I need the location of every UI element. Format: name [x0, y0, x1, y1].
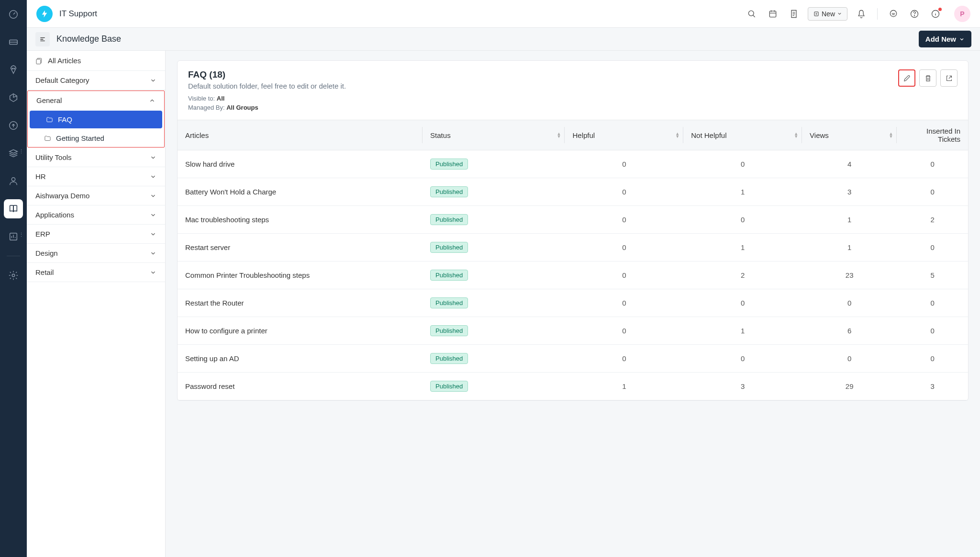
nav-tickets[interactable] [4, 33, 23, 52]
article-inserted: 0 [897, 289, 968, 317]
info-icon[interactable] [928, 7, 943, 21]
nav-assets[interactable] [4, 144, 23, 163]
chat-icon[interactable] [886, 7, 901, 21]
article-title: Password reset [178, 373, 423, 400]
article-status: Published [423, 234, 565, 261]
sort-icon: ▲▼ [794, 132, 798, 138]
folder-getting-started[interactable]: Getting Started [28, 129, 164, 147]
category-erp: ERP [27, 225, 165, 244]
chevron-up-icon [149, 97, 156, 104]
article-helpful: 0 [565, 317, 683, 345]
col-inserted[interactable]: Inserted In Tickets [897, 120, 968, 150]
table-row[interactable]: Restart the RouterPublished0000 [178, 289, 968, 317]
status-badge: Published [430, 353, 468, 364]
status-badge: Published [430, 242, 468, 253]
nav-changes[interactable] [4, 88, 23, 107]
chevron-down-icon [150, 269, 156, 276]
svg-point-2 [12, 68, 13, 69]
nav-problems[interactable] [4, 60, 23, 80]
article-not-helpful: 0 [683, 345, 802, 373]
chevron-down-icon [150, 77, 156, 84]
table-row[interactable]: Common Printer Troubleshooting stepsPubl… [178, 261, 968, 289]
category-header-retail[interactable]: Retail [27, 263, 165, 282]
col-not-helpful[interactable]: Not Helpful▲▼ [683, 120, 802, 150]
article-not-helpful: 0 [683, 150, 802, 178]
category-label: Design [35, 249, 58, 257]
col-views[interactable]: Views▲▼ [802, 120, 897, 150]
col-articles[interactable]: Articles [178, 120, 423, 150]
nav-settings[interactable] [4, 266, 23, 285]
svg-rect-9 [769, 11, 776, 17]
category-applications: Applications [27, 205, 165, 225]
category-hr: HR [27, 167, 165, 186]
category-header-erp[interactable]: ERP [27, 225, 165, 243]
folder-title: FAQ (18) [188, 69, 898, 80]
category-header-hr[interactable]: HR [27, 167, 165, 186]
category-utility: Utility Tools [27, 148, 165, 167]
add-new-button[interactable]: Add New [919, 31, 971, 47]
article-status: Published [423, 345, 565, 373]
help-icon[interactable] [907, 7, 922, 21]
article-title: Mac troubleshooting steps [178, 206, 423, 234]
delete-folder-button[interactable] [919, 69, 936, 87]
category-header-applications[interactable]: Applications [27, 205, 165, 224]
category-label: Aishwarya Demo [35, 192, 89, 200]
article-title: How to configure a printer [178, 317, 423, 345]
new-button[interactable]: New [808, 7, 847, 21]
col-helpful[interactable]: Helpful▲▼ [565, 120, 683, 150]
col-status[interactable]: Status▲▼ [423, 120, 565, 150]
folder-label: Getting Started [56, 134, 104, 142]
category-label: ERP [35, 230, 50, 238]
table-row[interactable]: Battery Won't Hold a ChargePublished0130 [178, 178, 968, 206]
sort-icon: ▲▼ [889, 132, 893, 138]
table-row[interactable]: Setting up an ADPublished0000 [178, 345, 968, 373]
sidebar-all-articles[interactable]: All Articles [27, 51, 165, 71]
article-status: Published [423, 178, 565, 206]
category-header-aish[interactable]: Aishwarya Demo [27, 186, 165, 205]
article-inserted: 0 [897, 178, 968, 206]
edit-folder-button[interactable] [898, 69, 915, 87]
avatar[interactable]: P [954, 6, 970, 22]
nav-reports[interactable] [4, 227, 23, 246]
category-header-general[interactable]: General [28, 91, 164, 110]
nav-contacts[interactable] [4, 171, 23, 191]
category-header-utility[interactable]: Utility Tools [27, 148, 165, 167]
avatar-initial: P [960, 10, 964, 18]
nav-solutions[interactable] [4, 199, 23, 218]
table-row[interactable]: Mac troubleshooting stepsPublished0012 [178, 206, 968, 234]
article-status: Published [423, 150, 565, 178]
bell-icon[interactable] [854, 7, 869, 21]
folder-visibility: Visible to: All [188, 95, 898, 102]
category-header-design[interactable]: Design [27, 244, 165, 262]
article-not-helpful: 1 [683, 178, 802, 206]
table-row[interactable]: Slow hard drivePublished0040 [178, 150, 968, 178]
open-external-button[interactable] [940, 69, 958, 87]
nav-dashboard[interactable] [4, 5, 23, 24]
categories-sidebar: All Articles Default Category General [27, 51, 166, 557]
folder-faq[interactable]: FAQ [30, 111, 162, 128]
article-not-helpful: 1 [683, 317, 802, 345]
nav-releases[interactable] [4, 116, 23, 135]
calendar-icon[interactable] [766, 7, 780, 21]
pencil-icon [903, 74, 911, 82]
chevron-down-icon [150, 250, 156, 257]
folder-icon [46, 116, 53, 123]
article-helpful: 0 [565, 178, 683, 206]
sidebar-toggle-icon[interactable] [35, 32, 50, 46]
article-status: Published [423, 289, 565, 317]
table-row[interactable]: How to configure a printerPublished0160 [178, 317, 968, 345]
article-inserted: 3 [897, 373, 968, 400]
search-icon[interactable] [745, 7, 759, 21]
status-badge: Published [430, 159, 468, 170]
article-inserted: 0 [897, 345, 968, 373]
svg-point-13 [914, 15, 915, 16]
article-views: 29 [802, 373, 897, 400]
folder-icon [44, 135, 51, 142]
article-views: 0 [802, 345, 897, 373]
category-header-default[interactable]: Default Category [27, 71, 165, 90]
notes-icon[interactable] [787, 7, 801, 21]
table-row[interactable]: Restart serverPublished0110 [178, 234, 968, 261]
article-views: 23 [802, 261, 897, 289]
article-not-helpful: 0 [683, 206, 802, 234]
table-row[interactable]: Password resetPublished13293 [178, 373, 968, 400]
